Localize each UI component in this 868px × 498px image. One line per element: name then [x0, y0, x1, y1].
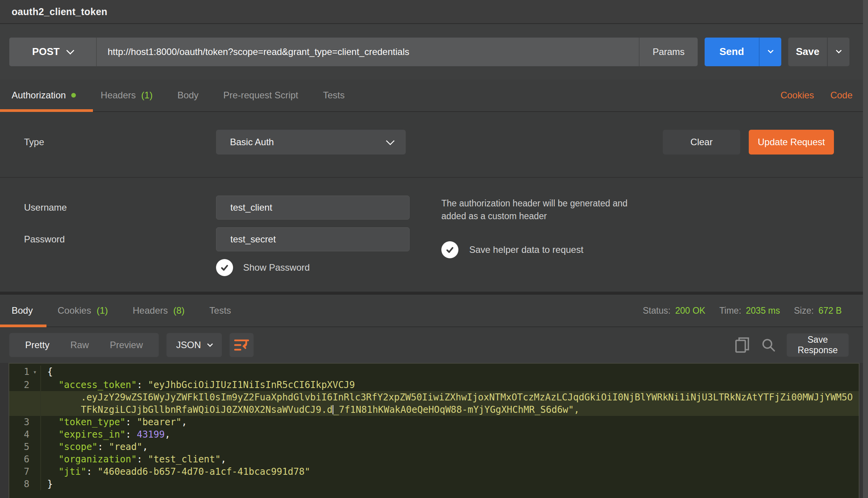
code-line: 3 "token_type": "bearer",: [9, 416, 859, 428]
fold-gutter: [29, 478, 41, 490]
headers-count-badge: (1): [141, 90, 153, 101]
status-indicator: Status: 200 OK: [643, 306, 705, 316]
save-options-button[interactable]: [827, 38, 849, 66]
save-helper-checkbox[interactable]: [441, 241, 458, 258]
save-button[interactable]: Save: [788, 38, 849, 66]
send-options-button[interactable]: [759, 38, 781, 66]
copy-icon: [735, 337, 750, 354]
response-tab-tests[interactable]: Tests: [209, 305, 231, 316]
code-line: TFkNzgiLCJjbGllbnRfaWQiOiJ0ZXN0X2NsaWVud…: [9, 404, 859, 416]
time-indicator: Time: 2035 ms: [719, 306, 780, 316]
params-button[interactable]: Params: [639, 38, 698, 66]
request-tabs: Authorization Headers (1) Body Pre-reque…: [0, 79, 868, 112]
auth-type-value: Basic Auth: [230, 137, 274, 148]
line-number: [9, 391, 29, 404]
fold-gutter: [29, 379, 41, 391]
url-input[interactable]: [97, 38, 639, 66]
copy-button[interactable]: [735, 337, 750, 354]
view-mode-raw[interactable]: Raw: [70, 340, 89, 350]
method-label: POST: [32, 46, 60, 58]
password-field[interactable]: [216, 227, 410, 251]
view-mode-group: Pretty Raw Preview: [9, 333, 159, 357]
code-line: 4 "expires_in": 43199,: [9, 428, 859, 441]
save-label: Save: [788, 38, 827, 66]
auth-type-select[interactable]: Basic Auth: [216, 130, 406, 155]
code-line: 5 "scope": "read",: [9, 441, 859, 453]
response-tab-body[interactable]: Body: [12, 305, 33, 316]
chevron-down-icon: [767, 48, 774, 54]
view-mode-pretty[interactable]: Pretty: [25, 340, 50, 350]
line-number: 7: [9, 465, 29, 478]
response-status-bar: Status: 200 OK Time: 2035 ms Size: 672 B: [643, 306, 842, 316]
response-headers-count-badge: (8): [173, 305, 184, 316]
chevron-down-icon: [386, 137, 395, 146]
username-field[interactable]: [216, 196, 410, 220]
fold-gutter: [29, 391, 41, 404]
tab-authorization[interactable]: Authorization: [12, 90, 76, 101]
line-number: 8: [9, 478, 29, 490]
cookies-count-badge: (1): [96, 305, 108, 316]
line-number: 6: [9, 453, 29, 465]
send-button[interactable]: Send: [705, 38, 781, 66]
view-mode-preview[interactable]: Preview: [110, 340, 143, 350]
search-icon: [761, 338, 776, 352]
fold-gutter: [29, 428, 41, 441]
size-value: 672 B: [818, 306, 842, 316]
vertical-scrollbar[interactable]: [863, 0, 868, 498]
method-dropdown[interactable]: POST: [9, 38, 97, 66]
response-toolbar: Pretty Raw Preview JSON Save Res: [0, 327, 868, 363]
username-label: Username: [24, 202, 216, 213]
tab-prerequest-script[interactable]: Pre-request Script: [223, 90, 298, 101]
wrap-lines-button[interactable]: [230, 333, 254, 357]
authorization-panel: Type Basic Auth Clear Update Request Use…: [0, 112, 868, 293]
format-select[interactable]: JSON: [166, 333, 222, 357]
code-link[interactable]: Code: [830, 90, 853, 101]
save-helper-label: Save helper data to request: [469, 244, 583, 255]
fold-gutter: [29, 465, 41, 478]
search-button[interactable]: [761, 338, 776, 352]
fold-gutter: [29, 453, 41, 465]
clear-button[interactable]: Clear: [663, 130, 740, 155]
code-line: 8}: [9, 478, 859, 490]
line-number: 5: [9, 441, 29, 453]
fold-gutter: [29, 416, 41, 428]
title-bar: oauth2_client_token: [0, 0, 868, 24]
response-tab-headers[interactable]: Headers (8): [133, 305, 185, 316]
active-tab-underline: [0, 325, 46, 327]
code-line: 1▾{: [9, 366, 859, 379]
send-label: Send: [705, 38, 759, 66]
time-value: 2035 ms: [746, 306, 780, 316]
cookies-link[interactable]: Cookies: [781, 90, 814, 101]
request-builder-bar: POST Params Send Save: [0, 24, 868, 79]
tab-headers[interactable]: Headers (1): [101, 90, 153, 101]
code-line: .eyJzY29wZSI6WyJyZWFkIl0sIm9yZ2FuaXphdGl…: [9, 391, 859, 404]
update-request-button[interactable]: Update Request: [749, 130, 834, 155]
show-password-checkbox[interactable]: [216, 259, 233, 276]
chevron-down-icon: [207, 341, 213, 347]
type-label: Type: [24, 137, 216, 148]
wrap-lines-icon: [234, 338, 249, 352]
chevron-down-icon: [835, 48, 842, 54]
tab-tests[interactable]: Tests: [323, 90, 345, 101]
url-bar: POST Params: [9, 38, 698, 66]
request-title: oauth2_client_token: [12, 6, 107, 17]
response-body[interactable]: 1▾{2 "access_token": "eyJhbGciOiJIUzI1Ni…: [9, 363, 859, 498]
tab-body[interactable]: Body: [177, 90, 199, 101]
code-line: 2 "access_token": "eyJhbGciOiJIUzI1NiIsI…: [9, 379, 859, 391]
chevron-down-icon: [66, 46, 74, 55]
save-response-button[interactable]: Save Response: [787, 333, 849, 357]
fold-gutter: [29, 441, 41, 453]
line-number: 4: [9, 428, 29, 441]
line-number: [9, 404, 29, 416]
auth-helper-text: The authorization header will be generat…: [441, 197, 658, 223]
show-password-label: Show Password: [243, 262, 310, 273]
password-label: Password: [24, 234, 216, 245]
response-tab-cookies[interactable]: Cookies (1): [58, 305, 108, 316]
status-value: 200 OK: [675, 306, 705, 316]
code-line: 6 "organization": "test_client",: [9, 453, 859, 465]
line-number: 3: [9, 416, 29, 428]
fold-arrow-icon[interactable]: ▾: [29, 366, 41, 379]
fold-gutter: [29, 404, 41, 416]
green-dot-icon: [71, 93, 76, 98]
line-number: 1: [9, 366, 29, 379]
